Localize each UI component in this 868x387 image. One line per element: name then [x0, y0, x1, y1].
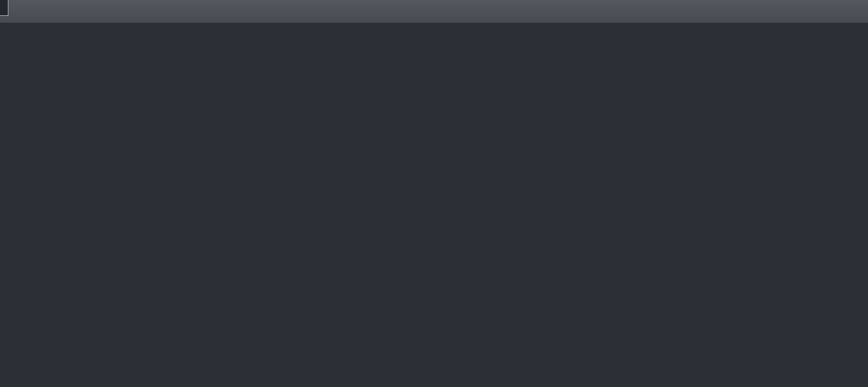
results-graph [0, 43, 868, 387]
stats-table-header [0, 0, 868, 23]
stats-table [0, 0, 868, 43]
stats-tab[interactable] [0, 0, 8, 16]
poker-tracker-window: { "stats_tab": { "label": "Stats" }, "ta… [0, 0, 868, 387]
